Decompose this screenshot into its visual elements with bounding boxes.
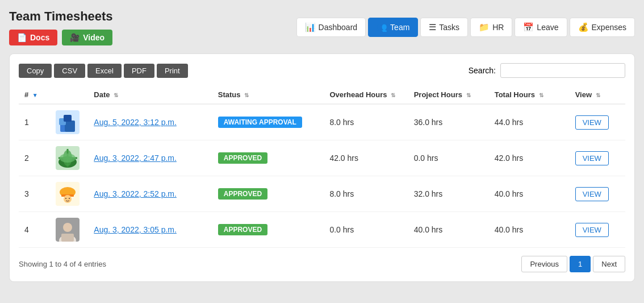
sort-icon-view: ⇅ — [596, 92, 600, 98]
col-header-status[interactable]: Status ⇅ — [212, 86, 324, 104]
row-avatar-1 — [50, 104, 89, 140]
table-row: 2 Aug. 3, 2022, 2:47 p.m. APPROVED 42.0 … — [19, 140, 625, 176]
showing-entries: Showing 1 to 4 of 4 entries — [19, 260, 106, 268]
sort-icon-num: ▼ — [32, 92, 38, 98]
view-button-3[interactable]: VIEW — [575, 187, 609, 201]
nav-item-team[interactable]: 👥 Team — [368, 18, 418, 37]
search-area: Search: — [469, 63, 625, 78]
status-badge-3: APPROVED — [218, 188, 267, 200]
copy-button[interactable]: Copy — [19, 64, 52, 78]
video-icon: 🎥 — [70, 33, 80, 42]
row-avatar-4 — [50, 212, 89, 248]
view-button-4[interactable]: VIEW — [575, 223, 609, 237]
main-card: Copy CSV Excel PDF Print Search: # ▼ Dat… — [9, 53, 635, 282]
status-badge-2: APPROVED — [218, 152, 267, 164]
row-total-4: 40.0 hrs — [489, 212, 570, 248]
video-button[interactable]: 🎥 Video — [62, 30, 112, 45]
pagination: Previous 1 Next — [521, 256, 625, 272]
svg-rect-18 — [61, 234, 74, 242]
dashboard-icon: 📊 — [305, 22, 316, 32]
row-overhead-3: 8.0 hrs — [324, 176, 408, 212]
col-header-avatar — [50, 86, 89, 104]
view-button-1[interactable]: VIEW — [575, 115, 609, 130]
nav-item-hr[interactable]: 📁 HR — [470, 18, 512, 37]
row-status-2: APPROVED — [212, 140, 324, 176]
page-1-button[interactable]: 1 — [570, 256, 591, 272]
nav-item-tasks[interactable]: ☰ Tasks — [420, 18, 468, 37]
expenses-icon: 💰 — [578, 22, 589, 32]
col-header-date[interactable]: Date ⇅ — [88, 86, 212, 104]
docs-button[interactable]: 📄 Docs — [9, 30, 57, 45]
avatar-3 — [56, 182, 80, 206]
date-link-4[interactable]: Aug. 3, 2022, 3:05 p.m. — [94, 225, 177, 234]
previous-button[interactable]: Previous — [521, 256, 567, 272]
row-view-2: VIEW — [570, 140, 625, 176]
csv-button[interactable]: CSV — [54, 64, 85, 78]
excel-button[interactable]: Excel — [87, 64, 122, 78]
search-input[interactable] — [500, 63, 625, 78]
row-date-4: Aug. 3, 2022, 3:05 p.m. — [88, 212, 212, 248]
row-num-3: 3 — [19, 176, 50, 212]
table-controls: Copy CSV Excel PDF Print Search: — [19, 63, 625, 78]
top-nav: 📊 Dashboard 👥 Team ☰ Tasks 📁 HR 📅 Leave … — [296, 18, 635, 37]
sort-icon-status: ⇅ — [244, 92, 249, 98]
row-total-2: 42.0 hrs — [489, 140, 570, 176]
table-row: 4 Aug. 3, 2022, 3:05 p.m. APPROVED 0.0 h… — [19, 212, 625, 248]
print-button[interactable]: Print — [157, 64, 188, 78]
page-title: Team Timesheets — [9, 9, 113, 24]
timesheets-table: # ▼ Date ⇅ Status ⇅ Overhead Hours ⇅ Pr — [19, 86, 625, 248]
row-project-1: 36.0 hrs — [408, 104, 489, 140]
row-project-4: 40.0 hrs — [408, 212, 489, 248]
date-link-3[interactable]: Aug. 3, 2022, 2:52 p.m. — [94, 189, 177, 198]
col-header-total[interactable]: Total Hours ⇅ — [489, 86, 570, 104]
row-avatar-3 — [50, 176, 89, 212]
row-project-2: 0.0 hrs — [408, 140, 489, 176]
col-header-view[interactable]: View ⇅ — [570, 86, 625, 104]
row-status-1: AWAITING APPROVAL — [212, 104, 324, 140]
table-row: 1 Aug. 5, 2022, 3:12 p.m. AWAITING APPRO… — [19, 104, 625, 140]
next-button[interactable]: Next — [593, 256, 625, 272]
sort-icon-project: ⇅ — [466, 92, 471, 98]
pdf-button[interactable]: PDF — [124, 64, 154, 78]
row-view-3: VIEW — [570, 176, 625, 212]
row-status-3: APPROVED — [212, 176, 324, 212]
table-row: 3 Aug. 3, 2022, 2:52 p.m. APPROVED 8.0 — [19, 176, 625, 212]
row-date-3: Aug. 3, 2022, 2:52 p.m. — [88, 176, 212, 212]
row-date-2: Aug. 3, 2022, 2:47 p.m. — [88, 140, 212, 176]
row-total-3: 40.0 hrs — [489, 176, 570, 212]
col-header-project[interactable]: Project Hours ⇅ — [408, 86, 489, 104]
row-num-1: 1 — [19, 104, 50, 140]
tasks-icon: ☰ — [429, 22, 436, 32]
avatar-2 — [56, 146, 80, 170]
nav-item-dashboard[interactable]: 📊 Dashboard — [296, 18, 366, 37]
table-footer: Showing 1 to 4 of 4 entries Previous 1 N… — [19, 256, 625, 272]
svg-point-14 — [69, 198, 70, 199]
col-header-num[interactable]: # ▼ — [19, 86, 50, 104]
svg-point-8 — [60, 153, 76, 163]
col-header-overhead[interactable]: Overhead Hours ⇅ — [324, 86, 408, 104]
row-project-3: 32.0 hrs — [408, 176, 489, 212]
row-total-1: 44.0 hrs — [489, 104, 570, 140]
nav-item-leave[interactable]: 📅 Leave — [515, 18, 567, 37]
svg-point-13 — [65, 198, 66, 199]
svg-rect-2 — [65, 121, 75, 132]
avatar-4 — [56, 218, 80, 242]
sort-icon-total: ⇅ — [539, 92, 543, 98]
svg-point-12 — [64, 195, 72, 203]
svg-point-16 — [63, 223, 72, 232]
date-link-1[interactable]: Aug. 5, 2022, 3:12 p.m. — [94, 118, 177, 127]
leave-icon: 📅 — [523, 22, 534, 32]
search-label: Search: — [469, 66, 496, 75]
view-button-2[interactable]: VIEW — [575, 151, 609, 165]
row-view-1: VIEW — [570, 104, 625, 140]
nav-item-expenses[interactable]: 💰 Expenses — [570, 18, 635, 37]
row-avatar-2 — [50, 140, 89, 176]
row-overhead-4: 0.0 hrs — [324, 212, 408, 248]
sort-icon-overhead: ⇅ — [391, 92, 395, 98]
avatar-1 — [56, 110, 80, 134]
sort-icon-date: ⇅ — [114, 92, 118, 98]
export-buttons: Copy CSV Excel PDF Print — [19, 64, 188, 78]
row-status-4: APPROVED — [212, 212, 324, 248]
date-link-2[interactable]: Aug. 3, 2022, 2:47 p.m. — [94, 153, 177, 163]
team-icon: 👥 — [377, 22, 387, 32]
